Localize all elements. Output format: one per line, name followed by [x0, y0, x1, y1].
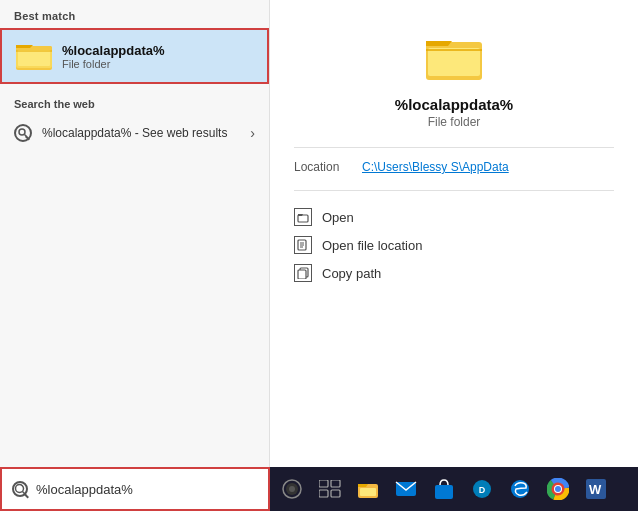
chrome-button[interactable]: [540, 471, 576, 507]
result-title: %localappdata%: [395, 96, 513, 113]
svg-rect-12: [298, 215, 308, 222]
open-label: Open: [322, 210, 354, 225]
svg-rect-27: [319, 490, 328, 497]
svg-marker-13: [298, 214, 303, 216]
edge-button[interactable]: [502, 471, 538, 507]
taskbar-search[interactable]: [0, 467, 270, 511]
right-panel: %localappdata% File folder Location C:\U…: [270, 0, 638, 511]
best-match-subtitle: File folder: [62, 58, 165, 70]
action-open-file-location[interactable]: Open file location: [294, 231, 614, 259]
taskbar-search-input[interactable]: [36, 482, 258, 497]
svg-marker-3: [16, 45, 33, 48]
svg-point-6: [19, 129, 25, 135]
best-match-item[interactable]: %localappdata% File folder: [0, 28, 269, 84]
left-panel: Best match %localappdata% File folder Se…: [0, 0, 270, 511]
location-path[interactable]: C:\Users\Blessy S\AppData: [362, 160, 509, 174]
svg-rect-26: [331, 480, 340, 487]
mail-button[interactable]: [388, 471, 424, 507]
cortana-button[interactable]: [274, 471, 310, 507]
web-result-text: %localappdata% - See web results: [42, 126, 250, 140]
svg-rect-4: [18, 50, 50, 66]
search-web-label: Search the web: [0, 86, 269, 116]
open-icon: [294, 208, 312, 226]
file-explorer-button[interactable]: [350, 471, 386, 507]
search-icon: [14, 124, 32, 142]
dell-button[interactable]: D: [464, 471, 500, 507]
task-view-button[interactable]: [312, 471, 348, 507]
svg-marker-9: [426, 41, 452, 46]
svg-line-21: [23, 492, 27, 496]
svg-text:D: D: [479, 485, 486, 495]
open-file-location-icon: [294, 236, 312, 254]
svg-line-7: [25, 135, 28, 138]
svg-text:W: W: [589, 482, 602, 497]
svg-point-24: [289, 486, 295, 492]
copy-path-label: Copy path: [322, 266, 381, 281]
web-result-item[interactable]: %localappdata% - See web results ›: [0, 116, 269, 150]
word-button[interactable]: W: [578, 471, 614, 507]
folder-icon-large: [16, 38, 52, 74]
taskbar-search-icon: [12, 481, 28, 497]
best-match-label: Best match: [0, 0, 269, 28]
best-match-text: %localappdata% File folder: [62, 43, 165, 70]
svg-point-20: [16, 485, 24, 493]
open-file-location-label: Open file location: [322, 238, 422, 253]
divider-2: [294, 190, 614, 191]
store-button[interactable]: [426, 471, 462, 507]
chevron-right-icon: ›: [250, 125, 255, 141]
divider: [294, 147, 614, 148]
action-open[interactable]: Open: [294, 203, 614, 231]
svg-rect-31: [360, 488, 376, 496]
svg-rect-25: [319, 480, 328, 487]
taskbar: D W: [270, 467, 638, 511]
result-folder-icon: [426, 30, 482, 86]
svg-rect-19: [298, 270, 306, 279]
location-row: Location C:\Users\Blessy S\AppData: [294, 160, 509, 174]
svg-rect-10: [428, 48, 480, 76]
location-label: Location: [294, 160, 354, 174]
action-copy-path[interactable]: Copy path: [294, 259, 614, 287]
svg-point-42: [555, 486, 561, 492]
copy-path-icon: [294, 264, 312, 282]
svg-rect-28: [331, 490, 340, 497]
result-type: File folder: [428, 115, 481, 129]
best-match-title: %localappdata%: [62, 43, 165, 58]
svg-rect-33: [435, 485, 453, 499]
